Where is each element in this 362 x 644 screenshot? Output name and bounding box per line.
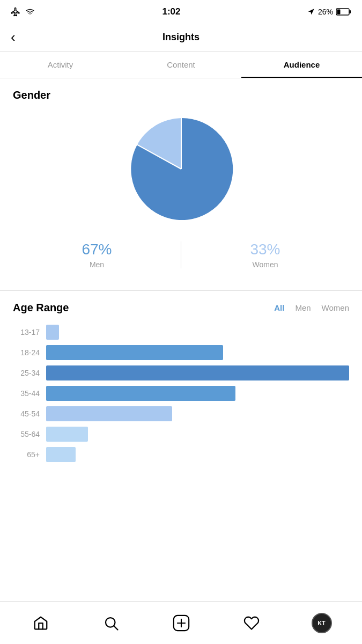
bar-track	[46, 365, 349, 380]
bar-row: 45-54	[13, 406, 349, 421]
bar-track	[46, 386, 349, 401]
age-header: Age Range All Men Women	[13, 302, 349, 314]
bar-label: 45-54	[13, 409, 40, 418]
nav-heart[interactable]	[238, 610, 265, 636]
bar-row: 13-17	[13, 325, 349, 340]
women-percent: 33%	[181, 241, 349, 258]
pie-chart-container	[13, 110, 349, 228]
men-label: Men	[13, 260, 181, 269]
status-time: 1:02	[162, 6, 180, 17]
tabs: Activity Content Audience	[0, 52, 362, 78]
men-percent: 67%	[13, 241, 181, 258]
bar-track	[46, 406, 349, 421]
home-icon	[33, 615, 49, 631]
airplane-icon	[11, 7, 20, 17]
bar-row: 25-34	[13, 365, 349, 380]
svg-rect-4	[337, 10, 341, 14]
battery-percent: 26%	[318, 8, 333, 16]
age-title: Age Range	[13, 302, 274, 314]
gender-title: Gender	[13, 89, 349, 101]
bar-row: 18-24	[13, 345, 349, 360]
bar-fill	[46, 406, 172, 421]
bar-fill	[46, 325, 59, 340]
svg-line-8	[114, 626, 117, 630]
nav-add[interactable]	[168, 610, 195, 636]
bar-fill	[46, 345, 223, 360]
status-right: 26%	[307, 8, 351, 16]
search-icon	[103, 615, 119, 631]
gender-section: Gender 67% Men	[0, 78, 362, 290]
battery-icon	[336, 8, 351, 16]
status-bar: 1:02 26%	[0, 0, 362, 24]
bar-row: 35-44	[13, 386, 349, 401]
add-icon	[172, 614, 190, 632]
bar-label: 13-17	[13, 328, 40, 336]
svg-marker-1	[308, 9, 314, 14]
filter-all[interactable]: All	[274, 303, 284, 312]
bar-label: 65+	[13, 450, 40, 459]
women-label: Women	[181, 260, 349, 269]
heart-icon	[243, 615, 260, 631]
bar-fill	[46, 447, 76, 462]
men-stat: 67% Men	[13, 241, 181, 269]
bar-fill	[46, 365, 349, 380]
svg-rect-3	[350, 10, 351, 13]
filter-women[interactable]: Women	[322, 303, 349, 312]
gender-pie-chart	[122, 110, 240, 228]
age-section: Age Range All Men Women 13-1718-2425-343…	[0, 291, 362, 473]
tab-activity[interactable]: Activity	[0, 52, 121, 78]
nav-home[interactable]	[27, 610, 54, 636]
location-icon	[307, 8, 315, 16]
bar-fill	[46, 386, 235, 401]
wifi-icon	[25, 8, 35, 16]
nav-profile[interactable]: KT	[308, 610, 335, 636]
bottom-nav: KT	[0, 601, 362, 644]
filter-men[interactable]: Men	[295, 303, 311, 312]
gender-stats: 67% Men 33% Women	[13, 241, 349, 269]
women-stat: 33% Women	[181, 241, 349, 269]
status-left	[11, 7, 35, 17]
bar-label: 18-24	[13, 348, 40, 357]
bar-label: 55-64	[13, 430, 40, 438]
bar-track	[46, 345, 349, 360]
back-button[interactable]: ‹	[11, 29, 16, 46]
bar-label: 35-44	[13, 389, 40, 398]
bar-row: 55-64	[13, 427, 349, 442]
bar-label: 25-34	[13, 369, 40, 377]
tab-content[interactable]: Content	[121, 52, 241, 78]
tab-audience[interactable]: Audience	[241, 52, 362, 78]
bar-track	[46, 325, 349, 340]
svg-point-0	[29, 14, 30, 15]
bar-fill	[46, 427, 88, 442]
age-bar-chart: 13-1718-2425-3435-4445-5455-6465+	[13, 325, 349, 462]
bar-row: 65+	[13, 447, 349, 462]
age-filters: All Men Women	[274, 303, 349, 312]
avatar: KT	[312, 613, 332, 633]
nav-search[interactable]	[98, 610, 124, 636]
bar-track	[46, 427, 349, 442]
main-content: Gender 67% Men	[0, 78, 362, 516]
header: ‹ Insights	[0, 24, 362, 52]
bar-track	[46, 447, 349, 462]
page-title: Insights	[162, 32, 200, 43]
